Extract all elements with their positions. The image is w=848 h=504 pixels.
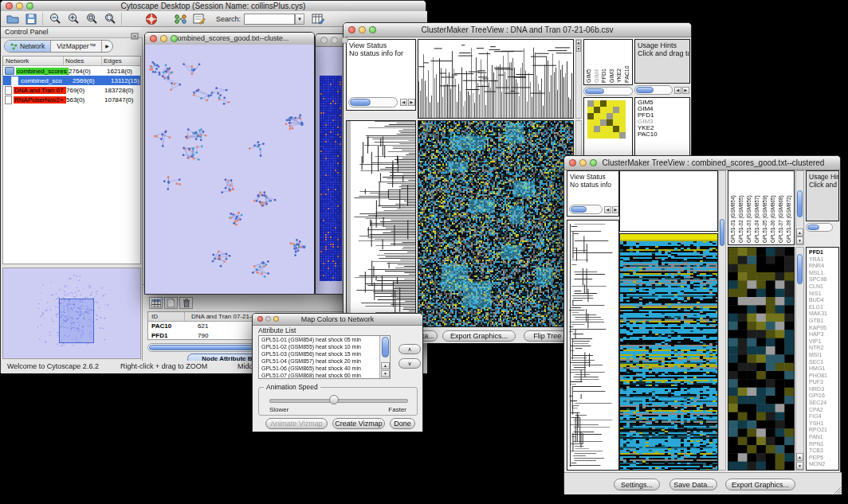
matrix-cell[interactable] — [587, 100, 594, 107]
minimize-button[interactable] — [265, 316, 271, 322]
tab-network[interactable]: Network — [5, 41, 51, 52]
gene-list-item[interactable]: SEC24 — [807, 400, 838, 407]
zoom-hscroll[interactable] — [583, 87, 633, 96]
matrix-cell[interactable] — [619, 100, 626, 107]
search-dropdown-arrow[interactable]: ▼ — [295, 14, 304, 25]
zoom-fit-icon[interactable] — [82, 11, 100, 26]
global-heatmap-canvas[interactable] — [418, 121, 573, 326]
matrix-cell[interactable] — [619, 107, 626, 113]
scroll-right-button[interactable]: ▶ — [408, 99, 415, 106]
matrix-cell[interactable] — [613, 107, 619, 113]
zoom-button[interactable] — [341, 37, 348, 44]
dendrogram-scroll-strip[interactable]: ▲ ▼ — [575, 39, 582, 119]
matrix-cell[interactable] — [607, 119, 613, 126]
gene-list-item[interactable]: SPC98 — [807, 276, 838, 283]
scroll-left-button[interactable]: ◀ — [400, 99, 407, 106]
matrix-cell[interactable] — [607, 126, 613, 132]
attribute-list-item[interactable]: GPL51-01 (GSM854) heat shock 05 min — [259, 337, 390, 344]
gene-list-item[interactable]: KAP95 — [807, 325, 838, 332]
scroll-down-button[interactable]: ▼ — [576, 46, 581, 52]
gene-list-item[interactable]: FIG4 — [807, 413, 838, 420]
delete-attribute-icon[interactable] — [179, 297, 193, 309]
hscroll-thumb[interactable] — [571, 206, 587, 213]
column-dendrogram-panel[interactable] — [418, 39, 574, 119]
matrix-cell[interactable] — [607, 107, 613, 113]
annotation-icon[interactable] — [190, 11, 208, 26]
zoom-button[interactable] — [369, 26, 376, 33]
matrix-cell[interactable] — [607, 100, 613, 107]
gene-list-item[interactable]: MON2 — [807, 461, 838, 468]
search-input[interactable] — [244, 14, 295, 25]
gene-list-item[interactable]: TCB3 — [807, 447, 838, 455]
matrix-cell[interactable] — [600, 119, 607, 126]
matrix-cell[interactable] — [587, 113, 594, 119]
column-dendrogram-canvas[interactable] — [418, 40, 573, 118]
matrix-cell[interactable] — [600, 113, 607, 119]
attribute-list-item[interactable]: GPL51-07 (GSM868) heat shock 60 min — [259, 373, 390, 379]
new-attribute-icon[interactable] — [164, 297, 178, 309]
hscroll-thumb[interactable] — [585, 88, 604, 94]
hscroll-thumb[interactable] — [350, 99, 371, 106]
open-file-icon[interactable] — [3, 11, 22, 26]
hscroll-thumb[interactable] — [807, 225, 819, 230]
export-graphics-button[interactable]: Export Graphics... — [725, 479, 795, 490]
gene-list-item[interactable]: MAK31 — [807, 311, 838, 318]
dense-network-canvas[interactable] — [320, 76, 342, 281]
speed-slider-thumb[interactable] — [329, 395, 339, 404]
gene-list-item[interactable]: RPO21 — [807, 427, 838, 434]
gene-list-panel[interactable]: PFD1YRA1RNR4MSL1SPC98CLN1NIS1BUD4ELG1MAK… — [806, 247, 839, 471]
scroll-down-button[interactable]: ▼ — [796, 236, 803, 244]
attribute-list-item[interactable]: GPL51-04 (GSM857) heat shock 20 min — [259, 358, 390, 365]
matrix-cell[interactable] — [619, 113, 626, 119]
matrix-cell[interactable] — [594, 113, 600, 119]
usage-hscroll[interactable] — [806, 223, 833, 232]
minimize-button[interactable] — [579, 159, 587, 166]
matrix-cell[interactable] — [594, 107, 600, 113]
matrix-cell[interactable] — [613, 126, 619, 132]
gene-list-item[interactable]: HMG1 — [807, 365, 838, 373]
minimize-button[interactable] — [160, 35, 167, 42]
scroll-up-button[interactable]: ▲ — [796, 229, 803, 236]
move-attribute-down-button[interactable]: ∨ — [398, 358, 421, 369]
minimize-button[interactable] — [331, 37, 338, 44]
gene-list-item[interactable]: HRD3 — [807, 386, 838, 393]
matrix-cell[interactable] — [613, 100, 619, 107]
attribute-list-item[interactable]: GPL51-03 (GSM856) heat shock 15 min — [259, 351, 390, 358]
minimize-button[interactable] — [16, 2, 23, 10]
gene-list-item[interactable]: BUD4 — [807, 297, 838, 304]
gene-list-item[interactable]: PEP5 — [807, 455, 838, 462]
attribute-listbox[interactable]: GPL51-01 (GSM854) heat shock 05 minGPL51… — [258, 335, 391, 379]
help-lifering-icon[interactable] — [142, 11, 160, 26]
gene-list-item[interactable]: ELG1 — [807, 304, 838, 311]
gene-list-item[interactable]: RPN1 — [807, 441, 838, 448]
zoom-vscroll[interactable]: ▲ ▼ — [795, 247, 804, 471]
resize-grip[interactable] — [833, 486, 841, 494]
row-dendrogram-canvas[interactable] — [567, 221, 618, 470]
zoom-heatmap-matrix[interactable] — [587, 100, 626, 139]
gene-list-item[interactable]: PAN1 — [807, 434, 838, 441]
scroll-up-button[interactable]: ▲ — [381, 362, 390, 369]
treeview-combined-titlebar[interactable]: ClusterMaker TreeView : combined_scores_… — [564, 156, 840, 170]
matrix-cell[interactable] — [587, 132, 594, 139]
hscroll-thumb[interactable] — [636, 87, 654, 93]
gene-list-item[interactable]: PUF3 — [807, 379, 838, 386]
gene-list-item[interactable]: HAP3 — [807, 331, 838, 338]
close-button[interactable] — [569, 159, 576, 166]
main-titlebar[interactable]: Cytoscape Desktop (Session Name: collins… — [1, 1, 426, 12]
col-nodes[interactable]: Nodes — [64, 57, 102, 65]
scroll-left-button[interactable]: ◀ — [674, 87, 681, 94]
global-heatmap-canvas[interactable] — [620, 234, 717, 470]
tab-vizmapper[interactable]: VizMapper™ — [51, 41, 102, 52]
matrix-cell[interactable] — [600, 126, 607, 132]
col-network[interactable]: Network — [3, 57, 64, 65]
zoom-in-icon[interactable] — [64, 11, 82, 26]
close-button[interactable] — [320, 37, 328, 44]
attribute-table-icon[interactable] — [308, 11, 327, 26]
close-button[interactable] — [348, 26, 355, 33]
gene-list-item[interactable]: YSH1 — [807, 420, 838, 428]
matrix-cell[interactable] — [600, 132, 607, 139]
vscroll-thumb[interactable] — [382, 337, 389, 357]
matrix-cell[interactable] — [594, 132, 600, 139]
scroll-down-button[interactable]: ▼ — [381, 370, 390, 377]
network-row[interactable]: RNAPuberNov2+563(0)107847(0) — [3, 95, 140, 104]
